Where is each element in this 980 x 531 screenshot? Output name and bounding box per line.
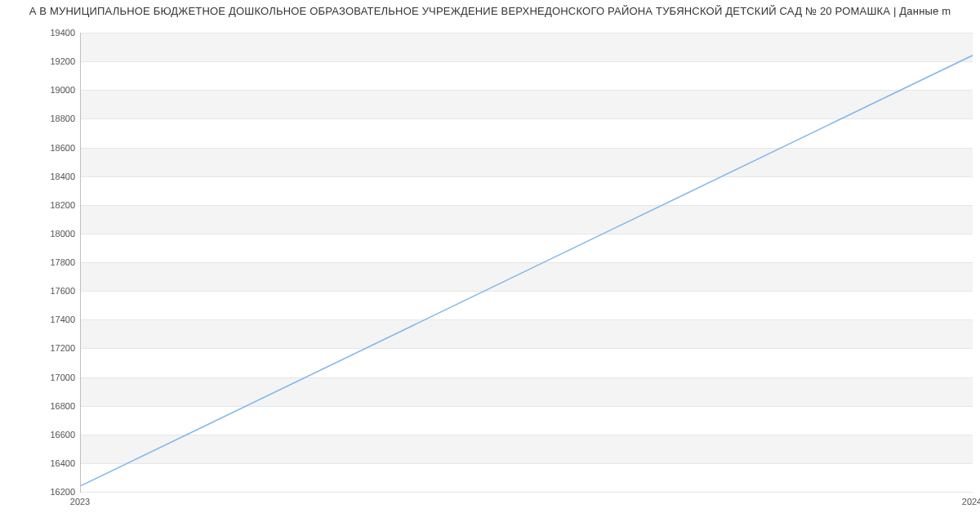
y-tick-label: 16600	[10, 430, 75, 440]
y-tick-label: 19200	[10, 56, 75, 66]
x-tick-label: 2023	[70, 497, 90, 506]
line-layer	[81, 33, 973, 492]
y-tick-label: 17400	[10, 315, 75, 324]
plot-area	[80, 33, 973, 493]
y-tick-label: 17800	[10, 257, 75, 267]
y-tick-label: 17600	[10, 286, 75, 296]
y-tick-label: 17200	[10, 343, 75, 353]
y-tick-label: 17000	[10, 373, 75, 382]
series-line	[81, 56, 973, 486]
chart-container: А В МУНИЦИПАЛЬНОЕ БЮДЖЕТНОЕ ДОШКОЛЬНОЕ О…	[0, 0, 980, 531]
y-tick-label: 18200	[10, 200, 75, 210]
y-tick-label: 18600	[10, 143, 75, 153]
y-tick-label: 16400	[10, 458, 75, 468]
y-tick-label: 18800	[10, 114, 75, 123]
y-tick-label: 18400	[10, 172, 75, 181]
y-tick-label: 19400	[10, 28, 75, 38]
y-tick-label: 18000	[10, 229, 75, 239]
y-tick-label: 16200	[10, 487, 75, 497]
grid-line	[81, 492, 973, 493]
x-tick-label: 2024	[962, 497, 980, 506]
chart-title: А В МУНИЦИПАЛЬНОЕ БЮДЖЕТНОЕ ДОШКОЛЬНОЕ О…	[0, 5, 980, 17]
y-tick-label: 19000	[10, 85, 75, 95]
y-tick-label: 16800	[10, 401, 75, 411]
